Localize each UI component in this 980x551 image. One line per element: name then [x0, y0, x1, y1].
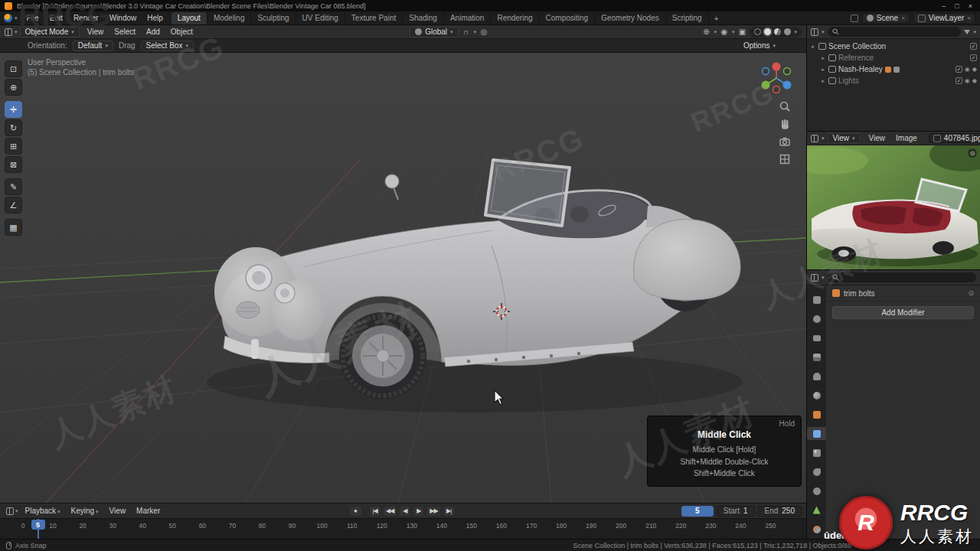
timeline-menu-view[interactable]: View: [104, 507, 132, 515]
timeline-menu-keying[interactable]: Keying: [66, 507, 104, 515]
disclosure-triangle-icon[interactable]: ▸: [820, 67, 826, 73]
props-tab-tool[interactable]: [807, 293, 826, 306]
current-frame-marker[interactable]: 5: [31, 520, 45, 530]
menu-help[interactable]: Help: [142, 14, 168, 22]
workspace-tab-scripting[interactable]: Scripting: [666, 12, 709, 24]
props-tab-constraints[interactable]: [807, 484, 826, 497]
transform-tool[interactable]: ⊠: [5, 156, 22, 173]
jump-to-end-button[interactable]: ▶|: [443, 506, 455, 517]
orientation-default-dropdown[interactable]: Default ▾: [73, 41, 113, 51]
current-frame-field[interactable]: 5: [681, 506, 714, 517]
navigation-gizmo[interactable]: [759, 60, 794, 96]
next-keyframe-button[interactable]: ▶▶: [426, 506, 440, 517]
outliner-search-input[interactable]: [828, 27, 962, 37]
pan-hand-icon[interactable]: [779, 118, 791, 130]
workspace-tab-compositing[interactable]: Compositing: [540, 12, 596, 24]
timeline-menu-playback[interactable]: Playback: [20, 507, 66, 515]
scale-tool[interactable]: ⊞: [5, 138, 22, 155]
orthographic-grid-icon[interactable]: [779, 153, 791, 165]
image-editor-icon[interactable]: [811, 135, 818, 142]
end-frame-field[interactable]: End 250: [758, 506, 802, 517]
start-frame-field[interactable]: Start 1: [717, 506, 755, 517]
viewport-menu-add[interactable]: Add: [141, 28, 165, 36]
disclosure-triangle-icon[interactable]: ▸: [810, 44, 816, 50]
annotate-tool[interactable]: ✎: [5, 178, 22, 195]
measure-tool[interactable]: ∠: [5, 197, 22, 214]
camera-icon[interactable]: ◆: [972, 77, 977, 84]
add-cube-tool[interactable]: ▦: [5, 219, 22, 236]
minimize-button[interactable]: –: [942, 2, 946, 10]
props-tab-modifiers[interactable]: [807, 427, 826, 440]
outliner-item-lights[interactable]: ▸Lights✓◉◆: [807, 75, 980, 86]
proportional-edit-icon[interactable]: ◎: [479, 27, 489, 37]
properties-search-input[interactable]: [828, 272, 976, 282]
workspace-tab-texture-paint[interactable]: Texture Paint: [345, 12, 403, 24]
play-button[interactable]: ▶: [413, 506, 424, 517]
wireframe-shading-button[interactable]: [754, 28, 761, 35]
jump-to-start-button[interactable]: |◀: [369, 506, 381, 517]
props-tab-physics[interactable]: [807, 465, 826, 478]
checkbox-icon[interactable]: ✓: [956, 66, 962, 73]
status-icon[interactable]: [851, 15, 858, 22]
checkbox-icon[interactable]: ✓: [970, 54, 977, 61]
scene-selector[interactable]: Scene ×: [862, 13, 910, 24]
drag-dropdown[interactable]: Select Box ▾: [141, 41, 194, 51]
pin-id-icon[interactable]: ⊙: [968, 289, 974, 297]
cursor-tool[interactable]: ⊕: [5, 79, 22, 96]
props-tab-object[interactable]: [807, 408, 826, 421]
camera-view-icon[interactable]: [779, 135, 791, 148]
close-button[interactable]: ×: [969, 2, 972, 10]
transform-orientation-dropdown[interactable]: Global ▾: [410, 27, 458, 37]
image-menu-image[interactable]: Image: [890, 134, 923, 142]
filter-icon[interactable]: [964, 30, 970, 34]
menu-edit[interactable]: Edit: [44, 14, 68, 22]
workspace-tab-modeling[interactable]: Modeling: [207, 12, 252, 24]
outliner-item-scene-collection[interactable]: ▸Scene Collection✓: [807, 41, 980, 52]
viewport-3d[interactable]: User Perspective (5) Scene Collection | …: [0, 53, 806, 503]
rotate-tool[interactable]: ↻: [5, 119, 22, 136]
viewlayer-selector[interactable]: ViewLayer ×: [913, 13, 975, 24]
snap-magnet-icon[interactable]: ∩: [461, 27, 472, 37]
properties-editor-icon[interactable]: [811, 274, 818, 282]
props-tab-object-data[interactable]: [807, 504, 826, 517]
viewport-menu-object[interactable]: Object: [165, 28, 198, 36]
viewport-menu-select[interactable]: Select: [109, 28, 141, 36]
blender-menu-button[interactable]: ▾: [0, 14, 21, 22]
checkbox-icon[interactable]: ✓: [970, 43, 977, 50]
editor-type-icon[interactable]: [5, 28, 12, 36]
maximize-button[interactable]: □: [955, 2, 959, 10]
workspace-tab-geometry-nodes[interactable]: Geometry Nodes: [595, 12, 666, 24]
menu-file[interactable]: File: [21, 14, 44, 22]
disclosure-triangle-icon[interactable]: ▸: [820, 55, 826, 61]
workspace-tab-layout[interactable]: Layout: [172, 12, 207, 24]
timeline-menu-marker[interactable]: Marker: [131, 507, 165, 515]
unlink-viewlayer-icon[interactable]: ×: [967, 15, 971, 21]
props-tab-output[interactable]: [807, 331, 826, 344]
workspace-tab-shading[interactable]: Shading: [403, 12, 444, 24]
solid-shading-button[interactable]: [764, 28, 771, 35]
outliner-item-reference[interactable]: ▸Reference✓: [807, 52, 980, 64]
options-dropdown[interactable]: Options ▾: [739, 41, 799, 51]
timeline-editor-icon[interactable]: [6, 507, 14, 515]
workspace-tab-uv-editing[interactable]: UV Editing: [296, 12, 345, 24]
eye-icon[interactable]: ◉: [965, 66, 970, 73]
workspace-tab-sculpting[interactable]: Sculpting: [251, 12, 296, 24]
props-tab-world[interactable]: [807, 389, 826, 402]
disclosure-triangle-icon[interactable]: ▸: [820, 78, 826, 84]
workspace-tab-rendering[interactable]: Rendering: [491, 12, 539, 24]
camera-icon[interactable]: ◆: [972, 66, 977, 73]
rendered-shading-button[interactable]: [784, 28, 791, 35]
checkbox-icon[interactable]: ✓: [956, 77, 962, 84]
outliner-editor-icon[interactable]: [811, 28, 818, 36]
props-tab-particles[interactable]: [807, 446, 826, 459]
show-overlays-icon[interactable]: ◉: [719, 27, 730, 37]
unlink-scene-icon[interactable]: ×: [901, 15, 905, 21]
add-workspace-button[interactable]: +: [709, 13, 724, 24]
menu-window[interactable]: Window: [104, 14, 142, 22]
add-modifier-button[interactable]: Add Modifier: [832, 306, 974, 319]
props-tab-view-layer[interactable]: [807, 350, 826, 364]
reference-image-view[interactable]: ⊙: [807, 145, 980, 270]
select-box-tool[interactable]: ⊡: [5, 60, 22, 77]
eye-icon[interactable]: ◉: [965, 77, 970, 84]
show-gizmo-icon[interactable]: ⊕: [701, 27, 711, 37]
